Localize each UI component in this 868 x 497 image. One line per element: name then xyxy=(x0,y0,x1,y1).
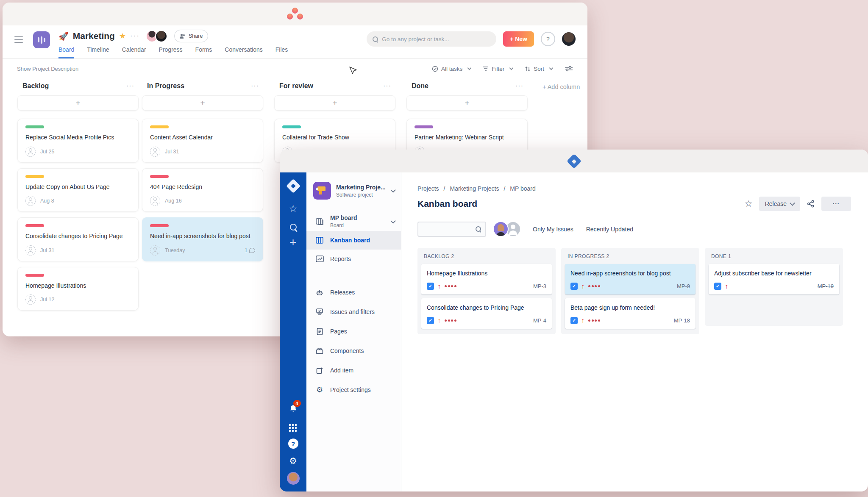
sidebar-item-pages[interactable]: Pages xyxy=(306,322,401,341)
sidebar-item-add-item[interactable]: Add item xyxy=(306,361,401,380)
issue-card[interactable]: Beta page sign up form needed! ✓ ↑ MP-18 xyxy=(565,298,696,329)
tab-timeline[interactable]: Timeline xyxy=(87,46,109,58)
task-title: Content Asset Calendar xyxy=(150,133,254,142)
share-button[interactable]: Share xyxy=(174,30,208,42)
issue-card-selected[interactable]: Need in-app screenshots for blog post ✓ … xyxy=(565,264,696,294)
settings-gear-icon[interactable]: ⚙ xyxy=(289,456,297,465)
tab-board[interactable]: Board xyxy=(58,46,74,58)
share-icon[interactable] xyxy=(807,200,815,208)
tab-conversations[interactable]: Conversations xyxy=(225,46,263,58)
breadcrumb-projects[interactable]: Projects xyxy=(417,185,439,192)
tab-files[interactable]: Files xyxy=(275,46,288,58)
create-icon[interactable]: + xyxy=(289,236,296,248)
sidebar-item-reports[interactable]: Reports xyxy=(306,250,401,268)
issue-card[interactable]: Homepage Illustrations ✓ ↑ MP-3 xyxy=(421,264,552,294)
board-options-icon[interactable] xyxy=(565,66,573,72)
all-tasks-filter[interactable]: All tasks xyxy=(432,66,471,72)
task-card[interactable]: Homepage Illustrations Jul 12 xyxy=(17,267,139,311)
board-more-button[interactable]: ··· xyxy=(821,197,851,211)
task-title: Collateral for Trade Show xyxy=(282,133,386,142)
tab-progress[interactable]: Progress xyxy=(159,46,183,58)
column-title: Backlog xyxy=(22,82,49,90)
project-more-icon[interactable]: ··· xyxy=(130,32,140,40)
filter-recently-updated[interactable]: Recently Updated xyxy=(586,226,633,233)
column-more-icon[interactable]: ··· xyxy=(515,82,523,90)
assignee-avatar[interactable] xyxy=(25,147,36,157)
column-done: DONE 1 Adjust subscriber base for newsle… xyxy=(705,248,843,326)
jira-home-icon[interactable] xyxy=(286,179,300,193)
task-title: Need in-app screenshots for blog post xyxy=(150,232,254,241)
task-card[interactable]: Replace Social Media Profile Pics Jul 25 xyxy=(17,119,139,163)
sidebar-item-kanban-board[interactable]: Kanban board xyxy=(306,231,401,250)
profile-avatar[interactable] xyxy=(287,472,300,485)
board-search-input[interactable] xyxy=(417,222,486,237)
chevron-down-icon xyxy=(390,187,396,193)
add-column-button[interactable]: + Add column xyxy=(542,83,580,90)
column-more-icon[interactable]: ··· xyxy=(126,82,134,90)
task-card[interactable]: Content Asset Calendar Jul 31 xyxy=(142,119,263,163)
add-card-button[interactable]: + xyxy=(406,95,528,111)
filter-button[interactable]: Filter xyxy=(483,66,513,72)
column-more-icon[interactable]: ··· xyxy=(251,82,259,90)
card-color-bar xyxy=(25,175,44,178)
task-type-icon: ✓ xyxy=(427,317,434,324)
sidebar-item-components[interactable]: Components xyxy=(306,341,401,361)
column-backlog: BACKLOG 2 Homepage Illustrations ✓ ↑ MP-… xyxy=(417,248,556,334)
release-button[interactable]: Release xyxy=(759,197,800,211)
tab-forms[interactable]: Forms xyxy=(195,46,212,58)
card-color-bar xyxy=(25,274,44,277)
app-switcher-icon[interactable] xyxy=(289,424,291,426)
column-more-icon[interactable]: ··· xyxy=(383,82,391,90)
add-card-button[interactable]: + xyxy=(274,95,395,111)
hamburger-menu-icon[interactable] xyxy=(14,36,23,58)
due-date: Jul 25 xyxy=(40,149,54,155)
assignee-avatar[interactable] xyxy=(25,294,36,305)
sidebar-item-project-settings[interactable]: ⚙ Project settings xyxy=(306,380,401,400)
sidebar-item-releases[interactable]: Releases xyxy=(306,283,401,302)
assignee-avatar[interactable] xyxy=(150,147,160,157)
new-button[interactable]: + New xyxy=(503,31,534,47)
priority-icon: ↑ xyxy=(581,317,584,324)
assignee-avatar[interactable] xyxy=(25,196,36,206)
task-card[interactable]: Consolidate changes to Pricing Page Jul … xyxy=(17,217,139,261)
due-date: Jul 31 xyxy=(165,149,179,155)
issue-card[interactable]: Consolidate changes to Pricing Page ✓ ↑ … xyxy=(421,298,552,329)
search-icon[interactable] xyxy=(290,224,297,230)
task-card[interactable]: 404 Page Redesign Aug 16 xyxy=(142,168,263,212)
notifications-bell-icon[interactable]: 4 xyxy=(289,404,298,415)
board-switcher[interactable]: MP board Board xyxy=(306,212,401,231)
task-card[interactable]: Update Copy on About Us Page Aug 8 xyxy=(17,168,139,212)
task-title: 404 Page Redesign xyxy=(150,183,254,192)
project-type: Software project xyxy=(336,192,386,198)
avatar[interactable] xyxy=(493,221,509,237)
assignee-avatar[interactable] xyxy=(25,245,36,255)
star-board-icon[interactable]: ☆ xyxy=(745,199,753,209)
breadcrumb-marketing-projects[interactable]: Marketing Projects xyxy=(450,185,499,192)
kanban-board: BACKLOG 2 Homepage Illustrations ✓ ↑ MP-… xyxy=(417,248,851,334)
search-icon xyxy=(373,36,378,42)
help-icon[interactable]: ? xyxy=(288,439,298,449)
filter-only-my-issues[interactable]: Only My Issues xyxy=(533,226,573,233)
tab-calendar[interactable]: Calendar xyxy=(122,46,146,58)
task-card-selected[interactable]: Need in-app screenshots for blog post Tu… xyxy=(142,217,263,261)
starred-icon[interactable]: ☆ xyxy=(289,203,298,214)
board-icon xyxy=(314,218,325,225)
user-avatar[interactable] xyxy=(562,32,576,46)
issue-card[interactable]: Adjust subscriber base for newsletter ✓ … xyxy=(709,264,839,294)
member-avatars xyxy=(146,30,167,42)
assignee-avatar[interactable] xyxy=(150,245,160,255)
show-description-link[interactable]: Show Project Description xyxy=(17,66,78,72)
project-switcher[interactable]: Marketing Proje... Software project xyxy=(306,182,401,200)
issue-key: MP-9 xyxy=(677,283,690,289)
favorite-star-icon[interactable]: ★ xyxy=(119,31,126,41)
breadcrumb-mp-board[interactable]: MP board xyxy=(510,185,535,192)
due-date: Jul 12 xyxy=(40,297,54,303)
avatar[interactable] xyxy=(155,30,167,42)
assignee-avatar[interactable] xyxy=(150,196,160,206)
help-button[interactable]: ? xyxy=(541,32,555,46)
sidebar-item-issues-and-filters[interactable]: Issues and filters xyxy=(306,302,401,322)
add-card-button[interactable]: + xyxy=(142,95,263,111)
add-card-button[interactable]: + xyxy=(17,95,139,111)
sort-button[interactable]: Sort xyxy=(525,66,553,72)
global-search-input[interactable]: Go to any project or task... xyxy=(367,31,496,47)
